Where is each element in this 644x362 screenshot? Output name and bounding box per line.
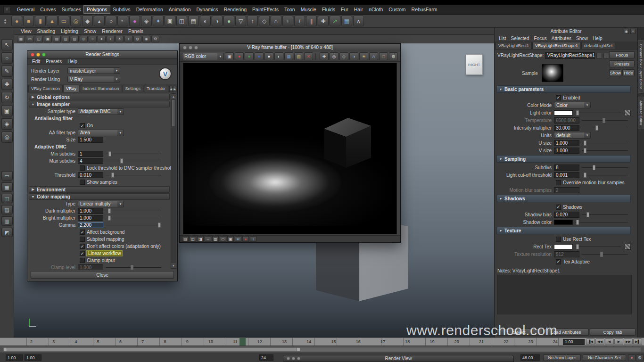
slider-shadow-bias[interactable] (582, 212, 628, 218)
pixel-aspect-icon[interactable]: ▭ (220, 236, 226, 242)
slider-max-subdivs[interactable] (106, 158, 161, 164)
menu-toon[interactable]: Toon (281, 6, 298, 13)
slider-threshold[interactable] (106, 172, 161, 178)
gate-mask-icon[interactable]: ▣ (44, 36, 52, 42)
slider-min-subdivs[interactable] (106, 151, 161, 157)
red-channel-icon[interactable]: ● (235, 52, 244, 60)
dropdown-color-mode[interactable]: Color▼ (554, 102, 591, 108)
slider-v-size[interactable] (582, 148, 628, 154)
slider-u-size[interactable] (582, 140, 628, 146)
current-time-field[interactable]: 1.00 (563, 339, 585, 345)
checkbox-clamp-output[interactable] (80, 258, 85, 263)
slider-handle[interactable] (131, 265, 133, 270)
tab-scroll-left-icon[interactable]: ◀ (169, 86, 173, 92)
universal-manipulator-icon[interactable]: ◈ (1, 118, 13, 130)
frame-buffer-titlebar[interactable]: V-Ray frame buffer - [100% of 640 x 480] (180, 44, 400, 51)
paint-select-tool-icon[interactable]: ✎ (1, 66, 13, 77)
node-swatch-button[interactable] (603, 53, 609, 58)
slider-handle[interactable] (108, 215, 111, 221)
frame-7[interactable]: 7 (141, 339, 144, 344)
slider-handle[interactable] (111, 173, 114, 178)
minimize-window-button[interactable] (292, 357, 295, 360)
slider-shadow-color[interactable] (575, 219, 628, 225)
four-pane-layout-icon[interactable]: ▦ (1, 182, 13, 192)
checkbox-don-t-affect-colors-adaptation-only[interactable]: ✓ (80, 244, 85, 249)
input-light-cut-off-threshold[interactable]: 0.001 (554, 172, 579, 178)
smooth-icon[interactable]: ● (223, 16, 234, 26)
uv-editor-icon[interactable]: ▦ (341, 16, 352, 26)
single-pane-layout-icon[interactable]: ▭ (1, 171, 13, 181)
checkbox-lock-threshold-to-dmc-sampler-threshold[interactable] (80, 165, 85, 171)
minimize-window-button[interactable] (36, 53, 40, 57)
panel-menu-show[interactable]: Show (81, 28, 99, 34)
safe-action-icon[interactable]: ▥ (62, 36, 70, 42)
panel-menu-shading[interactable]: Shading (34, 28, 58, 34)
frame-16[interactable]: 16 (356, 339, 361, 344)
button-load-attributes[interactable]: Load Attributes (543, 329, 589, 336)
current-frame-marker[interactable] (239, 338, 246, 346)
color-swatch-shadow-color[interactable] (554, 220, 573, 225)
show-stamp-icon[interactable]: ▤ (182, 236, 189, 242)
menu-animation[interactable]: Animation (166, 6, 194, 13)
blue-channel-icon[interactable]: ● (255, 52, 264, 60)
slider-handle[interactable] (584, 173, 586, 178)
close-window-button[interactable] (183, 46, 187, 49)
input-subdivs[interactable]: 8 (554, 165, 579, 171)
shadows-icon[interactable]: ◑ (124, 36, 132, 42)
section-environment[interactable]: ▶Environment (29, 186, 170, 193)
input-u-size[interactable]: 1.000 (554, 140, 579, 146)
slider-handle[interactable] (595, 125, 598, 131)
poly-plane-icon[interactable]: ▭ (58, 16, 69, 26)
current-frame-field[interactable]: 24 (259, 354, 273, 361)
slider-handle[interactable] (584, 148, 586, 153)
frame-3[interactable]: 3 (52, 339, 55, 344)
poly-helix-icon[interactable]: ≈ (117, 16, 128, 26)
close-button[interactable]: Close (31, 271, 174, 279)
split-polygon-icon[interactable]: / (294, 16, 305, 26)
slider-handle[interactable] (158, 222, 161, 228)
input-texture-resolution[interactable]: 512 (554, 251, 579, 257)
frame-24[interactable]: 24 (553, 339, 558, 344)
persp-outliner-layout-icon[interactable]: ◫ (1, 194, 13, 203)
checkbox-show-samples[interactable] (80, 180, 85, 185)
checkbox-affect-background[interactable]: ✓ (80, 230, 85, 235)
tab-settings[interactable]: Settings (123, 85, 144, 92)
texture-map-button[interactable] (625, 244, 631, 250)
menu-subdivs[interactable]: Subdivs (110, 6, 133, 13)
menu-show[interactable]: Show (574, 36, 590, 41)
poly-cylinder-icon[interactable]: ▮ (35, 16, 46, 26)
slider-light-cut-off-threshold[interactable] (582, 172, 628, 178)
input-intensity-multiplier[interactable]: 30.000 (554, 125, 579, 131)
exposure-icon[interactable]: ☀ (359, 52, 368, 60)
slider-rect-tex[interactable] (575, 244, 621, 250)
input-min-subdivs[interactable]: 1 (78, 151, 103, 157)
checkbox-linear-workflow[interactable]: ✓ (80, 251, 85, 256)
extrude-icon[interactable]: ↑ (247, 16, 258, 26)
shelf-tab-selector[interactable]: ▲▼ (2, 16, 8, 27)
section-basic-parameters[interactable]: ▼Basic parameters (496, 85, 631, 93)
input-bright-multiplier[interactable]: 1.000 (78, 215, 103, 221)
show-channels-icon[interactable]: ▣ (225, 52, 234, 60)
poly-prism-icon[interactable]: ◆ (82, 16, 93, 26)
playback-start-field[interactable]: 1.00 (25, 354, 41, 361)
poly-sphere-icon[interactable]: ● (11, 16, 22, 26)
separate-icon[interactable]: ◫ (176, 16, 187, 26)
checkbox-use-rect-tex[interactable] (556, 237, 561, 242)
clear-image-icon[interactable]: ✕ (304, 52, 313, 60)
pixel-probe-icon[interactable]: ◎ (330, 52, 339, 60)
show-button[interactable]: Show (609, 69, 621, 76)
rotate-tool-icon[interactable]: ↻ (1, 92, 13, 103)
range-start-handle[interactable] (3, 347, 7, 352)
bridge-icon[interactable]: ∩ (271, 16, 281, 26)
menu-attributes[interactable]: Attributes (549, 36, 574, 41)
dropdown-aa-filter-type[interactable]: Area▼ (78, 130, 124, 136)
sculpt-tool-icon[interactable]: ✦ (153, 16, 164, 26)
slider-handle[interactable] (108, 151, 111, 156)
persp-graph-layout-icon[interactable]: ▥ (1, 216, 13, 226)
input-size[interactable]: 1.500 (78, 137, 103, 143)
frame-6[interactable]: 6 (119, 339, 122, 344)
menu-fluids[interactable]: Fluids (319, 6, 338, 13)
lasso-tool-icon[interactable]: ○ (1, 52, 13, 64)
poly-cube-icon[interactable]: ■ (23, 16, 34, 26)
material-sample-swatch[interactable] (542, 64, 563, 82)
